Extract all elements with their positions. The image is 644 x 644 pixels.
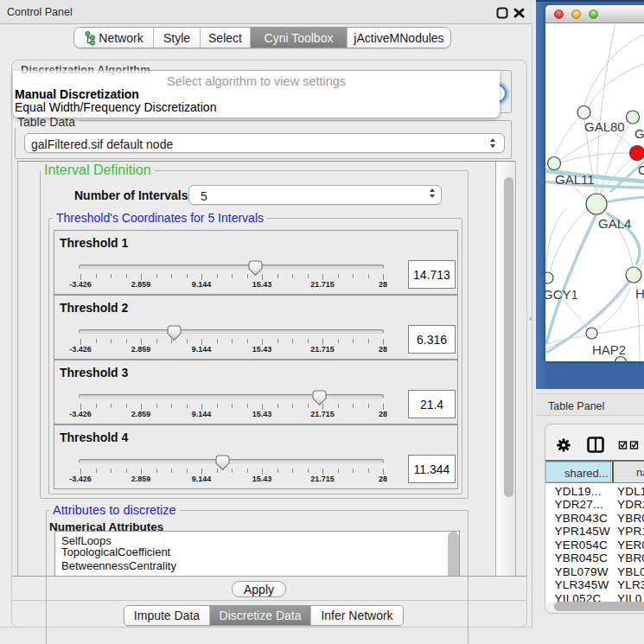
svg-text:C: C	[638, 163, 644, 177]
svg-text:GA: GA	[634, 126, 644, 141]
svg-text:GAL80: GAL80	[584, 119, 625, 134]
svg-text:GCY1: GCY1	[545, 287, 578, 302]
svg-text:GAL4: GAL4	[598, 216, 631, 231]
svg-text:H: H	[635, 286, 644, 301]
svg-text:HAP2: HAP2	[592, 342, 626, 357]
svg-text:GAL11: GAL11	[555, 172, 595, 187]
